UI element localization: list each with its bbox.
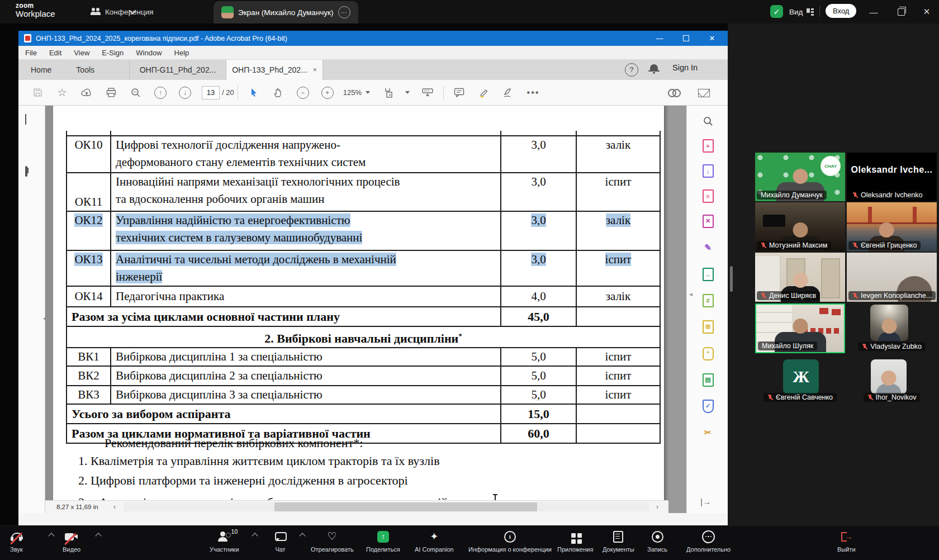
delete-pages-icon[interactable]: ✕ <box>700 213 715 229</box>
hand-tool-icon[interactable] <box>266 83 291 102</box>
participants-options-caret[interactable] <box>252 533 258 539</box>
audio-options-caret[interactable] <box>48 533 54 539</box>
acrobat-close-button[interactable]: ✕ <box>700 31 724 46</box>
video-tile[interactable]: Ievgen Konoplianche... <box>847 253 937 302</box>
security-shield-icon[interactable]: ✓ <box>770 5 783 18</box>
export-pdf-icon[interactable]: → <box>700 267 715 282</box>
create-pdf-icon[interactable]: + <box>700 138 715 153</box>
save-icon[interactable] <box>25 83 50 102</box>
attachments-icon[interactable] <box>25 166 37 178</box>
signin-button[interactable]: Вход <box>826 4 856 18</box>
redact-tools-icon[interactable]: ✂ <box>700 425 715 440</box>
next-page-icon[interactable]: ↓ <box>173 83 197 102</box>
protect-pdf-icon[interactable]: ✓ <box>700 398 715 414</box>
cloud-upload-icon[interactable] <box>74 83 99 102</box>
chat-options-caret[interactable] <box>299 533 305 539</box>
meeting-info-button[interactable]: i Информация о конференции <box>468 530 552 553</box>
previous-page-icon[interactable]: ↑ <box>148 83 173 102</box>
fit-dropdown-icon[interactable] <box>405 91 410 94</box>
tab-meeting[interactable]: Конференция <box>83 0 162 23</box>
sign-pen-icon[interactable] <box>496 83 521 102</box>
collapse-tools-rail-icon[interactable]: ◄ <box>688 291 694 297</box>
edit-pdf-icon[interactable]: ✎ <box>700 240 715 255</box>
apps-button[interactable]: Приложения <box>557 530 593 553</box>
leave-button[interactable]: Выйти <box>837 530 856 553</box>
copy-pages-icon[interactable]: ⊞ <box>700 319 715 334</box>
favorite-star-icon[interactable]: ☆ <box>50 83 74 102</box>
doc-tab-active[interactable]: ОНП-133_Phd_202... × <box>226 60 323 80</box>
video-tile[interactable]: Денис Ширяєв <box>755 253 845 302</box>
active-speaker-tile[interactable]: Михайло Шуляк <box>755 303 845 353</box>
tab-options-icon[interactable]: ⋯ <box>338 6 350 18</box>
view-button[interactable]: Вид <box>789 4 814 19</box>
window-close-button[interactable]: ✕ <box>916 0 938 23</box>
link-icon[interactable] <box>661 83 686 102</box>
more-button[interactable]: Дополнительно <box>686 530 731 553</box>
menu-window[interactable]: Window <box>136 49 162 57</box>
help-icon[interactable]: ? <box>625 63 638 77</box>
doc-tab-inactive[interactable]: ОНП-G11_Phd_202... <box>129 60 226 80</box>
scroll-left-icon[interactable]: ‹ <box>113 503 116 511</box>
window-minimize-button[interactable]: — <box>862 0 885 23</box>
more-tools-icon[interactable]: ••• <box>521 83 546 102</box>
email-icon[interactable] <box>691 83 716 102</box>
horizontal-scrollbar[interactable] <box>124 502 649 511</box>
menu-file[interactable]: File <box>25 49 37 57</box>
toolbar-settings-icon[interactable] <box>415 83 440 102</box>
highlight-icon[interactable] <box>472 83 496 102</box>
page-thumbnails-icon[interactable] <box>25 115 37 127</box>
acrobat-signin-button[interactable]: Sign In <box>672 63 698 72</box>
react-button[interactable]: ♡ Отреагировать <box>311 530 354 553</box>
menu-edit[interactable]: Edit <box>49 49 61 57</box>
combine-files-icon[interactable]: ↓ <box>700 163 715 178</box>
docs-button[interactable]: Документы <box>603 530 634 553</box>
chat-button[interactable]: Чат <box>275 530 286 553</box>
tab-tools[interactable]: Tools <box>64 60 107 80</box>
video-options-caret[interactable] <box>95 533 101 539</box>
bookmarks-icon[interactable] <box>25 140 37 153</box>
share-screen-button[interactable]: ↑ Поделиться <box>366 530 400 553</box>
zoom-level-value[interactable]: 125% <box>343 88 362 97</box>
audio-button[interactable]: Звук <box>10 530 23 553</box>
page-number-input[interactable]: 13 <box>202 86 220 99</box>
select-tool-icon[interactable] <box>241 83 266 102</box>
video-button[interactable]: Видео <box>63 530 80 553</box>
participants-button[interactable]: 10 Участники <box>210 530 239 553</box>
organize-pages-icon[interactable]: ≡ <box>700 188 715 203</box>
comment-icon[interactable] <box>447 83 472 102</box>
search-icon[interactable] <box>124 83 148 102</box>
scrollbar-thumb[interactable] <box>274 502 537 511</box>
menu-view[interactable]: View <box>74 49 89 57</box>
print-pages-icon[interactable]: ▤ <box>700 372 715 387</box>
acrobat-titlebar[interactable]: ОНП-133_Phd_2024_2025_корегована підписи… <box>18 31 728 46</box>
acrobat-minimize-button[interactable]: — <box>647 31 672 46</box>
pdf-viewport[interactable]: ОК10 Цифрові технології дослідження напр… <box>45 106 668 500</box>
expand-tools-rail-icon[interactable]: |→ <box>700 497 711 506</box>
menu-help[interactable]: Help <box>174 49 189 57</box>
comment-tool-icon[interactable]: ❛ <box>700 346 715 361</box>
acrobat-maximize-button[interactable] <box>674 31 698 46</box>
avatar-tile[interactable] <box>871 359 907 394</box>
window-restore-button[interactable] <box>890 0 912 23</box>
zoom-in-icon[interactable]: + <box>315 83 340 102</box>
search-tools-icon[interactable] <box>700 113 715 129</box>
video-tile[interactable] <box>870 305 908 341</box>
tab-shared-screen[interactable]: Экран (Михайло Думанчук) ⋯ <box>214 1 358 23</box>
video-tile[interactable]: Мотузний Максим <box>755 202 845 251</box>
scroll-right-icon[interactable]: › <box>656 503 658 511</box>
notifications-bell-icon[interactable] <box>650 64 658 71</box>
zoom-dropdown-icon[interactable] <box>366 91 370 94</box>
zoom-out-icon[interactable]: − <box>291 83 315 102</box>
panel-resize-handle[interactable] <box>730 266 733 292</box>
tab-home[interactable]: Home <box>18 60 64 80</box>
video-tile[interactable]: Oleksandr Ivche... Oleksandr Ivchenko <box>847 153 937 201</box>
avatar-tile[interactable]: Ж <box>783 359 819 394</box>
fit-width-icon[interactable] <box>378 83 402 102</box>
record-button[interactable]: Запись <box>647 530 667 553</box>
video-tile[interactable]: Євгеній Гриценко <box>847 202 937 251</box>
ai-companion-button[interactable]: ✦ AI Companion <box>415 530 454 553</box>
crop-pages-icon[interactable]: # <box>700 293 715 308</box>
print-icon[interactable] <box>99 83 124 102</box>
menu-esign[interactable]: E-Sign <box>102 49 124 57</box>
close-tab-icon[interactable]: × <box>313 66 317 74</box>
